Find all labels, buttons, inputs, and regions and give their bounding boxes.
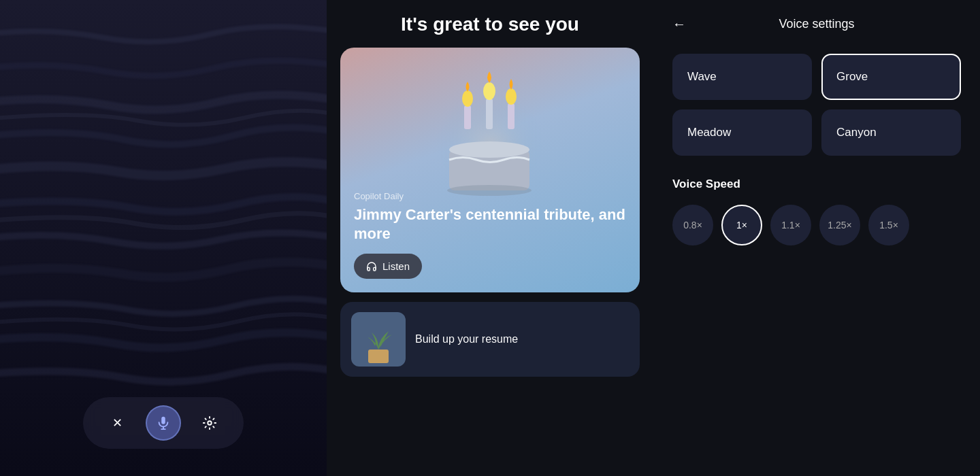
back-button[interactable]: ← bbox=[672, 16, 686, 32]
card-label: Copilot Daily bbox=[354, 191, 626, 201]
settings-button[interactable] bbox=[195, 408, 225, 438]
svg-point-13 bbox=[449, 141, 529, 158]
secondary-card: Build up your resume bbox=[340, 302, 640, 377]
cake-illustration bbox=[422, 61, 558, 211]
speed-btn-1.1x[interactable]: 1.1× bbox=[770, 205, 811, 245]
speed-options: 0.8× 1× 1.1× 1.25× 1.5× bbox=[672, 205, 961, 245]
speed-btn-1.25x[interactable]: 1.25× bbox=[819, 205, 860, 245]
voice-option-canyon[interactable]: Canyon bbox=[821, 109, 961, 156]
voice-speed-label: Voice Speed bbox=[672, 177, 961, 191]
speed-btn-1.5x[interactable]: 1.5× bbox=[868, 205, 909, 245]
gear-icon bbox=[202, 415, 217, 430]
svg-point-11 bbox=[506, 88, 517, 105]
mic-icon bbox=[156, 415, 171, 430]
svg-point-7 bbox=[462, 90, 473, 107]
voice-header: ← Voice settings bbox=[672, 16, 961, 32]
speed-btn-1x[interactable]: 1× bbox=[721, 205, 762, 245]
secondary-card-image bbox=[351, 312, 406, 367]
svg-point-9 bbox=[483, 82, 495, 100]
listen-button[interactable]: Listen bbox=[354, 254, 422, 279]
svg-rect-6 bbox=[464, 105, 471, 129]
svg-rect-10 bbox=[508, 103, 514, 129]
panel-right: ← Voice settings Wave Grove Meadow Canyo… bbox=[653, 0, 980, 476]
voice-option-grove[interactable]: Grove bbox=[821, 54, 961, 100]
card-title: Jimmy Carter's centennial tribute, and m… bbox=[354, 205, 626, 244]
svg-rect-16 bbox=[368, 350, 389, 363]
panel-middle: It's great to see you bbox=[327, 0, 653, 476]
bottom-controls: ✕ bbox=[83, 397, 244, 449]
headphones-icon bbox=[366, 261, 377, 272]
svg-rect-8 bbox=[486, 99, 493, 129]
speed-btn-0.8x[interactable]: 0.8× bbox=[672, 205, 713, 245]
mic-button[interactable] bbox=[146, 405, 181, 441]
voice-options-grid: Wave Grove Meadow Canyon bbox=[672, 54, 961, 156]
voice-settings-title: Voice settings bbox=[697, 17, 936, 31]
voice-option-meadow[interactable]: Meadow bbox=[672, 109, 812, 156]
greeting-title: It's great to see you bbox=[340, 14, 640, 35]
panel-left: ✕ bbox=[0, 0, 327, 476]
svg-rect-1 bbox=[161, 417, 165, 424]
svg-point-4 bbox=[208, 421, 212, 425]
close-button[interactable]: ✕ bbox=[102, 408, 132, 438]
secondary-card-text: Build up your resume bbox=[415, 333, 518, 345]
main-card: Copilot Daily Jimmy Carter's centennial … bbox=[340, 48, 640, 292]
voice-option-wave[interactable]: Wave bbox=[672, 54, 812, 100]
